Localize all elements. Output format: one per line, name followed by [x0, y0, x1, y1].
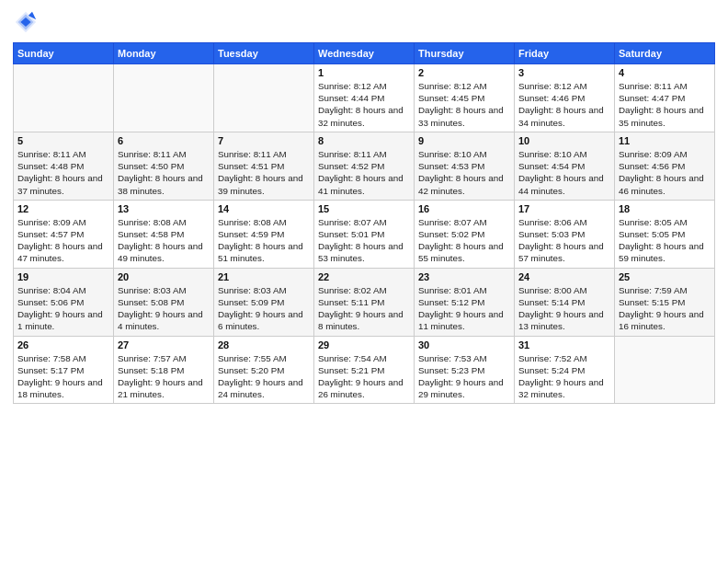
day-number: 23 — [418, 271, 510, 282]
day-cell: 2Sunrise: 8:12 AM Sunset: 4:45 PM Daylig… — [415, 64, 515, 132]
day-cell: 25Sunrise: 7:59 AM Sunset: 5:15 PM Dayli… — [615, 268, 715, 336]
weekday-header-friday: Friday — [515, 43, 615, 64]
day-number: 27 — [118, 339, 210, 350]
day-info: Sunrise: 8:07 AM Sunset: 5:01 PM Dayligh… — [318, 216, 410, 265]
logo-area — [13, 9, 42, 35]
day-cell: 27Sunrise: 7:57 AM Sunset: 5:18 PM Dayli… — [114, 336, 214, 404]
day-cell: 15Sunrise: 8:07 AM Sunset: 5:01 PM Dayli… — [314, 200, 415, 268]
day-number: 8 — [318, 135, 410, 146]
day-info: Sunrise: 8:11 AM Sunset: 4:48 PM Dayligh… — [17, 148, 109, 197]
day-cell: 10Sunrise: 8:10 AM Sunset: 4:54 PM Dayli… — [515, 132, 615, 200]
weekday-header-wednesday: Wednesday — [314, 43, 415, 64]
day-info: Sunrise: 8:05 AM Sunset: 5:05 PM Dayligh… — [619, 216, 711, 265]
day-number: 12 — [17, 203, 109, 214]
day-info: Sunrise: 7:59 AM Sunset: 5:15 PM Dayligh… — [619, 284, 711, 333]
day-info: Sunrise: 8:09 AM Sunset: 4:57 PM Dayligh… — [17, 216, 109, 265]
day-number: 2 — [418, 67, 510, 78]
day-info: Sunrise: 7:58 AM Sunset: 5:17 PM Dayligh… — [17, 352, 109, 401]
day-cell: 22Sunrise: 8:02 AM Sunset: 5:11 PM Dayli… — [314, 268, 415, 336]
day-info: Sunrise: 7:52 AM Sunset: 5:24 PM Dayligh… — [518, 352, 610, 401]
day-number: 9 — [418, 135, 510, 146]
day-info: Sunrise: 7:53 AM Sunset: 5:23 PM Dayligh… — [418, 352, 510, 401]
day-number: 29 — [318, 339, 410, 350]
logo-icon — [13, 9, 39, 35]
week-row-4: 19Sunrise: 8:04 AM Sunset: 5:06 PM Dayli… — [14, 268, 715, 336]
day-info: Sunrise: 8:07 AM Sunset: 5:02 PM Dayligh… — [418, 216, 510, 265]
day-number: 7 — [218, 135, 310, 146]
header — [13, 9, 715, 35]
day-number: 18 — [619, 203, 711, 214]
day-info: Sunrise: 8:10 AM Sunset: 4:54 PM Dayligh… — [518, 148, 610, 197]
day-info: Sunrise: 8:08 AM Sunset: 4:58 PM Dayligh… — [118, 216, 210, 265]
day-cell: 16Sunrise: 8:07 AM Sunset: 5:02 PM Dayli… — [415, 200, 515, 268]
day-number: 19 — [17, 271, 109, 282]
week-row-3: 12Sunrise: 8:09 AM Sunset: 4:57 PM Dayli… — [14, 200, 715, 268]
day-cell: 21Sunrise: 8:03 AM Sunset: 5:09 PM Dayli… — [214, 268, 314, 336]
day-number: 1 — [318, 67, 410, 78]
day-cell — [14, 64, 114, 132]
day-cell: 30Sunrise: 7:53 AM Sunset: 5:23 PM Dayli… — [415, 336, 515, 404]
day-cell: 3Sunrise: 8:12 AM Sunset: 4:46 PM Daylig… — [515, 64, 615, 132]
day-number: 20 — [118, 271, 210, 282]
day-info: Sunrise: 8:03 AM Sunset: 5:09 PM Dayligh… — [218, 284, 310, 333]
day-number: 11 — [619, 135, 711, 146]
day-info: Sunrise: 8:11 AM Sunset: 4:47 PM Dayligh… — [619, 80, 711, 129]
day-number: 5 — [17, 135, 109, 146]
day-cell — [615, 336, 715, 404]
day-number: 14 — [218, 203, 310, 214]
day-info: Sunrise: 8:06 AM Sunset: 5:03 PM Dayligh… — [518, 216, 610, 265]
day-info: Sunrise: 8:12 AM Sunset: 4:44 PM Dayligh… — [318, 80, 410, 129]
day-cell: 8Sunrise: 8:11 AM Sunset: 4:52 PM Daylig… — [314, 132, 415, 200]
day-info: Sunrise: 8:09 AM Sunset: 4:56 PM Dayligh… — [619, 148, 711, 197]
day-cell: 29Sunrise: 7:54 AM Sunset: 5:21 PM Dayli… — [314, 336, 415, 404]
day-cell — [114, 64, 214, 132]
day-cell: 23Sunrise: 8:01 AM Sunset: 5:12 PM Dayli… — [415, 268, 515, 336]
day-number: 3 — [518, 67, 610, 78]
day-cell: 14Sunrise: 8:08 AM Sunset: 4:59 PM Dayli… — [214, 200, 314, 268]
day-info: Sunrise: 8:01 AM Sunset: 5:12 PM Dayligh… — [418, 284, 510, 333]
day-number: 30 — [418, 339, 510, 350]
day-number: 6 — [118, 135, 210, 146]
day-cell: 6Sunrise: 8:11 AM Sunset: 4:50 PM Daylig… — [114, 132, 214, 200]
day-number: 15 — [318, 203, 410, 214]
weekday-header-tuesday: Tuesday — [214, 43, 314, 64]
day-number: 21 — [218, 271, 310, 282]
day-number: 24 — [518, 271, 610, 282]
calendar-table: SundayMondayTuesdayWednesdayThursdayFrid… — [13, 42, 715, 404]
day-info: Sunrise: 8:12 AM Sunset: 4:46 PM Dayligh… — [518, 80, 610, 129]
day-info: Sunrise: 8:03 AM Sunset: 5:08 PM Dayligh… — [118, 284, 210, 333]
day-cell — [214, 64, 314, 132]
day-number: 31 — [518, 339, 610, 350]
day-info: Sunrise: 8:04 AM Sunset: 5:06 PM Dayligh… — [17, 284, 109, 333]
day-number: 13 — [118, 203, 210, 214]
day-number: 16 — [418, 203, 510, 214]
weekday-header-monday: Monday — [114, 43, 214, 64]
week-row-5: 26Sunrise: 7:58 AM Sunset: 5:17 PM Dayli… — [14, 336, 715, 404]
day-cell: 11Sunrise: 8:09 AM Sunset: 4:56 PM Dayli… — [615, 132, 715, 200]
week-row-2: 5Sunrise: 8:11 AM Sunset: 4:48 PM Daylig… — [14, 132, 715, 200]
day-info: Sunrise: 7:55 AM Sunset: 5:20 PM Dayligh… — [218, 352, 310, 401]
day-info: Sunrise: 8:00 AM Sunset: 5:14 PM Dayligh… — [518, 284, 610, 333]
day-info: Sunrise: 8:10 AM Sunset: 4:53 PM Dayligh… — [418, 148, 510, 197]
day-info: Sunrise: 8:11 AM Sunset: 4:52 PM Dayligh… — [318, 148, 410, 197]
day-cell: 5Sunrise: 8:11 AM Sunset: 4:48 PM Daylig… — [14, 132, 114, 200]
day-number: 17 — [518, 203, 610, 214]
day-info: Sunrise: 8:11 AM Sunset: 4:51 PM Dayligh… — [218, 148, 310, 197]
day-cell: 20Sunrise: 8:03 AM Sunset: 5:08 PM Dayli… — [114, 268, 214, 336]
day-number: 4 — [619, 67, 711, 78]
day-cell: 28Sunrise: 7:55 AM Sunset: 5:20 PM Dayli… — [214, 336, 314, 404]
day-cell: 31Sunrise: 7:52 AM Sunset: 5:24 PM Dayli… — [515, 336, 615, 404]
day-cell: 13Sunrise: 8:08 AM Sunset: 4:58 PM Dayli… — [114, 200, 214, 268]
day-cell: 7Sunrise: 8:11 AM Sunset: 4:51 PM Daylig… — [214, 132, 314, 200]
weekday-header-row: SundayMondayTuesdayWednesdayThursdayFrid… — [14, 43, 715, 64]
day-cell: 1Sunrise: 8:12 AM Sunset: 4:44 PM Daylig… — [314, 64, 415, 132]
weekday-header-saturday: Saturday — [615, 43, 715, 64]
day-cell: 17Sunrise: 8:06 AM Sunset: 5:03 PM Dayli… — [515, 200, 615, 268]
day-info: Sunrise: 8:02 AM Sunset: 5:11 PM Dayligh… — [318, 284, 410, 333]
day-number: 22 — [318, 271, 410, 282]
day-info: Sunrise: 8:12 AM Sunset: 4:45 PM Dayligh… — [418, 80, 510, 129]
week-row-1: 1Sunrise: 8:12 AM Sunset: 4:44 PM Daylig… — [14, 64, 715, 132]
day-info: Sunrise: 8:11 AM Sunset: 4:50 PM Dayligh… — [118, 148, 210, 197]
day-cell: 12Sunrise: 8:09 AM Sunset: 4:57 PM Dayli… — [14, 200, 114, 268]
page-container: SundayMondayTuesdayWednesdayThursdayFrid… — [0, 0, 728, 409]
